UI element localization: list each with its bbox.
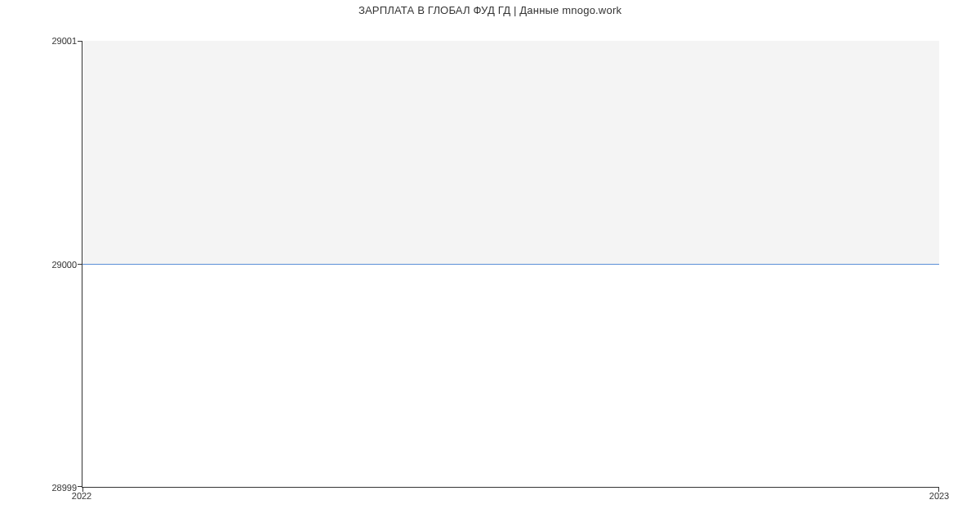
y-tick-label: 29000	[51, 260, 77, 270]
plot-area	[82, 41, 939, 488]
x-tick	[82, 487, 83, 492]
x-tick-label: 2022	[72, 491, 91, 501]
x-tick	[938, 487, 939, 492]
series-line	[82, 264, 939, 265]
chart-container: ЗАРПЛАТА В ГЛОБАЛ ФУД ГД | Данные mnogo.…	[0, 0, 980, 531]
x-tick-label: 2023	[929, 491, 949, 501]
chart-title: ЗАРПЛАТА В ГЛОБАЛ ФУД ГД | Данные mnogo.…	[0, 4, 980, 16]
area-fill	[82, 41, 939, 264]
y-tick-label: 29001	[51, 36, 77, 46]
